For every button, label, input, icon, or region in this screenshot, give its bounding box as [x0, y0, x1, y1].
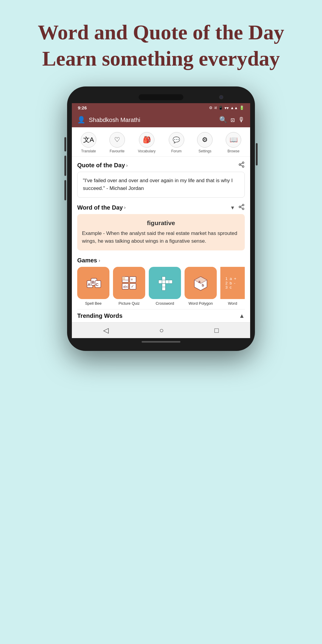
home-indicator	[72, 338, 250, 346]
nav-recents-icon[interactable]: □	[214, 326, 219, 335]
word-collapse-icon[interactable]: ▾	[231, 204, 234, 211]
spell-bee-icon-box: A B C	[77, 267, 109, 299]
phone-notch-area	[72, 91, 250, 103]
svg-text:b: b	[230, 281, 232, 285]
browse-icon-circle: 📖	[226, 132, 241, 148]
svg-rect-31	[169, 280, 173, 284]
svg-text:C: C	[96, 282, 99, 287]
quote-title-group[interactable]: Quote of the Day ›	[77, 162, 128, 169]
action-vocabulary[interactable]: 🎒 Vocabulary	[138, 132, 155, 153]
svg-line-8	[241, 207, 242, 208]
action-browse[interactable]: 📖 Browse	[226, 132, 241, 153]
trending-title: Trending Words	[77, 312, 123, 319]
phone-wrapper: 9:26 ⚙ अ 📱 ▾▾ ▲▲ 🔋 👤 Shabdkosh Marathi 🔍	[67, 86, 255, 351]
word-title: Word of the Day	[77, 204, 123, 211]
scan-icon[interactable]: ⊡	[231, 116, 235, 124]
page-header: Word and Quote of the Day Learn somethin…	[11, 0, 311, 86]
power-button-right[interactable]	[256, 143, 258, 165]
forum-icon-circle: 💬	[169, 132, 184, 148]
mic-icon[interactable]: 🎙	[238, 116, 245, 124]
svg-text:✓: ✓	[131, 285, 134, 289]
games-title: Games	[77, 257, 97, 264]
svg-line-9	[241, 205, 242, 207]
word-chevron-icon: ›	[124, 205, 126, 210]
svg-rect-30	[162, 287, 165, 291]
game-crossword[interactable]: Crossword	[149, 267, 181, 306]
status-time: 9:26	[78, 105, 87, 110]
person-icon[interactable]: 👤	[77, 116, 85, 124]
svg-text:abc: abc	[123, 285, 129, 289]
svg-text:a: a	[198, 280, 201, 284]
forum-label: Forum	[171, 149, 182, 153]
app-bar: 👤 Shabdkosh Marathi 🔍 ⊡ 🎙	[72, 112, 250, 127]
volume-down-button[interactable]	[64, 156, 66, 176]
quote-title: Quote of the Day	[77, 162, 125, 169]
svg-text:3: 3	[225, 285, 228, 290]
sim-status-icon: 📱	[218, 106, 223, 110]
vocabulary-icon-circle: 🎒	[139, 132, 154, 148]
picture-quiz-label: Picture Quiz	[119, 301, 140, 306]
word-box: figurative Example - When the analyst sa…	[77, 214, 245, 251]
svg-text:≡: ≡	[131, 278, 133, 281]
quote-share-icon[interactable]	[238, 161, 245, 169]
translate-icon-circle: 文A	[81, 132, 96, 148]
crossword-label: Crossword	[156, 301, 174, 306]
nav-back-icon[interactable]: ◁	[103, 326, 109, 335]
power-button-left[interactable]	[64, 180, 66, 200]
battery-icon: 🔋	[239, 106, 244, 110]
word-polygon-icon-box: a b	[185, 267, 217, 299]
svg-text:c: c	[230, 285, 232, 290]
status-icons: ⚙ अ 📱 ▾▾ ▲▲ 🔋	[209, 106, 244, 110]
game-word[interactable]: 1 2 3 a b c + - Word	[220, 267, 245, 306]
translate-label: Translate	[81, 149, 96, 153]
games-section-header: Games ›	[77, 254, 245, 267]
word-polygon-label: Word Polygon	[188, 301, 213, 306]
svg-rect-27	[162, 280, 165, 284]
trending-collapse-icon[interactable]: ▲	[239, 312, 245, 319]
svg-text:2: 2	[225, 281, 228, 285]
picture-quiz-icon-box: ≡ abc ✓	[113, 267, 145, 299]
svg-text:B: B	[92, 280, 95, 284]
settings-icon-circle: ⚙	[197, 132, 213, 148]
action-favourite[interactable]: ♡ Favourite	[109, 132, 125, 153]
action-settings[interactable]: ⚙ Settings	[197, 132, 213, 153]
phone-outer: 9:26 ⚙ अ 📱 ▾▾ ▲▲ 🔋 👤 Shabdkosh Marathi 🔍	[67, 86, 255, 351]
quick-actions-bar: 文A Translate ♡ Favourite 🎒 Vocabulary 💬 …	[72, 127, 250, 157]
quote-box: "I've failed over and over and over agai…	[77, 172, 245, 198]
quote-text: "I've failed over and over and over agai…	[83, 177, 239, 193]
trending-section-header: Trending Words ▲	[77, 309, 245, 322]
word-actions: ▾	[231, 204, 245, 212]
status-bar: 9:26 ⚙ अ 📱 ▾▾ ▲▲ 🔋	[72, 103, 250, 112]
svg-text:+: +	[234, 277, 236, 281]
game-picture-quiz[interactable]: ≡ abc ✓ Picture Quiz	[113, 267, 145, 306]
svg-text:-: -	[234, 281, 236, 285]
wifi-icon: ▾▾	[225, 106, 229, 110]
speaker-notch	[139, 94, 183, 100]
word-title-group[interactable]: Word of the Day ›	[77, 204, 126, 211]
settings-status-icon: ⚙	[209, 106, 213, 110]
spell-bee-label: Spell Bee	[85, 301, 102, 306]
quote-chevron-icon: ›	[126, 163, 128, 168]
word-label: Word	[228, 301, 237, 306]
nav-home-icon[interactable]: ○	[159, 326, 164, 335]
game-word-polygon[interactable]: a b Word Polygon	[185, 267, 217, 306]
svg-rect-28	[165, 280, 169, 284]
word-share-icon[interactable]	[238, 204, 245, 212]
svg-text:a: a	[230, 277, 232, 281]
lang-status-icon: अ	[214, 106, 217, 110]
word-word: figurative	[82, 219, 240, 227]
game-spell-bee[interactable]: A B C Spell Bee	[77, 267, 109, 306]
volume-up-button[interactable]	[64, 137, 66, 151]
svg-text:1: 1	[225, 277, 228, 281]
svg-text:b: b	[202, 283, 204, 287]
search-icon[interactable]: 🔍	[219, 116, 227, 124]
svg-line-4	[241, 163, 242, 164]
content-area: Quote of the Day › "I've failed over and…	[72, 157, 250, 322]
word-section-header: Word of the Day › ▾	[77, 199, 245, 214]
svg-rect-18	[122, 277, 125, 280]
action-translate[interactable]: 文A Translate	[81, 132, 96, 153]
header-line2: Learn something everyday	[38, 46, 284, 72]
favourite-label: Favourite	[110, 149, 125, 153]
action-forum[interactable]: 💬 Forum	[169, 132, 184, 153]
header-line1: Word and Quote of the Day	[38, 19, 284, 46]
